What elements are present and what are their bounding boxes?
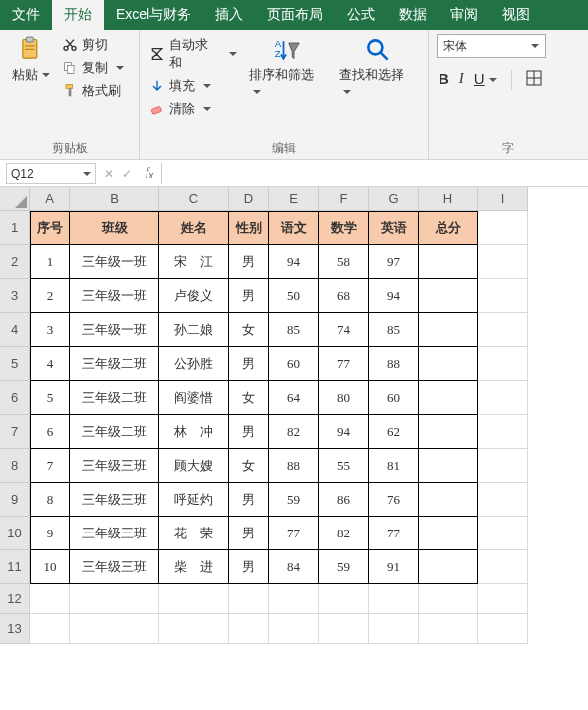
sort-filter-button[interactable]: AZ 排序和筛选	[245, 34, 330, 101]
col-header[interactable]: B	[70, 187, 159, 211]
cell[interactable]: 10	[30, 550, 70, 584]
cell[interactable]: 74	[319, 313, 369, 347]
cell[interactable]: 82	[269, 415, 319, 449]
cell[interactable]: 62	[369, 415, 419, 449]
cell[interactable]: 女	[229, 381, 269, 415]
col-header[interactable]: F	[319, 187, 369, 211]
cell[interactable]: 花 荣	[159, 517, 229, 550]
cell[interactable]: 三年级三班	[70, 449, 159, 483]
cell[interactable]: 三年级一班	[70, 279, 159, 313]
cell[interactable]: 64	[269, 381, 319, 415]
cell[interactable]: 柴 进	[159, 550, 229, 584]
italic-button[interactable]: I	[459, 70, 464, 90]
row-header[interactable]: 2	[0, 245, 30, 279]
cell[interactable]: 50	[269, 279, 319, 313]
table-header[interactable]: 性别	[229, 211, 269, 245]
cell[interactable]: 55	[319, 449, 369, 483]
row-header[interactable]: 6	[0, 381, 30, 415]
cell[interactable]	[229, 584, 269, 614]
table-header[interactable]: 总分	[419, 211, 478, 245]
cell[interactable]	[30, 584, 70, 614]
cell[interactable]	[478, 449, 528, 483]
tab-review[interactable]: 审阅	[439, 0, 490, 30]
cell[interactable]	[269, 614, 319, 644]
cell[interactable]	[478, 415, 528, 449]
cell[interactable]	[478, 614, 528, 644]
cell[interactable]	[419, 550, 478, 584]
row-header[interactable]: 11	[0, 550, 30, 584]
cell[interactable]: 5	[30, 381, 70, 415]
cell[interactable]: 林 冲	[159, 415, 229, 449]
cell[interactable]	[419, 483, 478, 517]
tab-home[interactable]: 开始	[52, 0, 104, 30]
copy-button[interactable]: 复制	[60, 57, 126, 79]
tab-layout[interactable]: 页面布局	[255, 0, 335, 30]
cell[interactable]	[229, 614, 269, 644]
cell[interactable]: 公孙胜	[159, 347, 229, 381]
cell[interactable]: 94	[369, 279, 419, 313]
cell[interactable]: 7	[30, 449, 70, 483]
cell[interactable]: 三年级三班	[70, 550, 159, 584]
cell[interactable]: 三年级一班	[70, 245, 159, 279]
find-select-button[interactable]: 查找和选择	[335, 34, 420, 101]
cell[interactable]	[478, 347, 528, 381]
cell[interactable]: 女	[229, 313, 269, 347]
table-header[interactable]: 序号	[30, 211, 70, 245]
cell[interactable]: 3	[30, 313, 70, 347]
cell[interactable]	[419, 449, 478, 483]
cell[interactable]: 阎婆惜	[159, 381, 229, 415]
cell[interactable]	[419, 279, 478, 313]
cell[interactable]	[70, 584, 159, 614]
cell[interactable]: 卢俊义	[159, 279, 229, 313]
fx-icon[interactable]: fx	[138, 165, 161, 180]
tab-formula[interactable]: 公式	[335, 0, 387, 30]
cell[interactable]: 94	[319, 415, 369, 449]
cell[interactable]: 6	[30, 415, 70, 449]
cell[interactable]	[159, 614, 229, 644]
col-header[interactable]: C	[159, 187, 229, 211]
cell[interactable]: 91	[369, 550, 419, 584]
table-header[interactable]: 班级	[70, 211, 159, 245]
cell[interactable]	[319, 614, 369, 644]
paste-button[interactable]: 粘贴	[8, 34, 54, 86]
cell[interactable]	[369, 584, 419, 614]
cell[interactable]: 孙二娘	[159, 313, 229, 347]
cell[interactable]: 三年级三班	[70, 517, 159, 550]
formula-input[interactable]	[161, 163, 588, 184]
cell[interactable]: 86	[319, 483, 369, 517]
cell[interactable]	[419, 381, 478, 415]
col-header[interactable]: E	[269, 187, 319, 211]
col-header[interactable]: H	[419, 187, 478, 211]
table-header[interactable]: 姓名	[159, 211, 229, 245]
cell[interactable]: 85	[269, 313, 319, 347]
cell[interactable]: 男	[229, 347, 269, 381]
cell[interactable]: 76	[369, 483, 419, 517]
tab-view[interactable]: 视图	[490, 0, 542, 30]
col-header[interactable]: A	[30, 187, 70, 211]
underline-button[interactable]: U	[474, 70, 497, 90]
tab-excel-finance[interactable]: Excel与财务	[104, 0, 203, 30]
cell[interactable]: 97	[369, 245, 419, 279]
cell[interactable]: 81	[369, 449, 419, 483]
cell[interactable]: 三年级一班	[70, 313, 159, 347]
cell[interactable]	[478, 517, 528, 550]
select-all-corner[interactable]	[0, 187, 30, 211]
cell[interactable]: 女	[229, 449, 269, 483]
table-header[interactable]: 数学	[319, 211, 369, 245]
cell[interactable]: 77	[269, 517, 319, 550]
row-header[interactable]: 5	[0, 347, 30, 381]
cell[interactable]	[478, 381, 528, 415]
row-header[interactable]: 1	[0, 211, 30, 245]
fill-button[interactable]: 填充	[147, 75, 239, 97]
cell[interactable]: 82	[319, 517, 369, 550]
cell[interactable]	[419, 517, 478, 550]
cell[interactable]	[478, 245, 528, 279]
cell[interactable]: 60	[269, 347, 319, 381]
cell[interactable]: 59	[269, 483, 319, 517]
cell[interactable]: 94	[269, 245, 319, 279]
cell[interactable]	[478, 279, 528, 313]
cancel-icon[interactable]: ✕	[104, 167, 114, 180]
cell[interactable]: 三年级二班	[70, 381, 159, 415]
cell[interactable]: 59	[319, 550, 369, 584]
cell[interactable]	[319, 584, 369, 614]
